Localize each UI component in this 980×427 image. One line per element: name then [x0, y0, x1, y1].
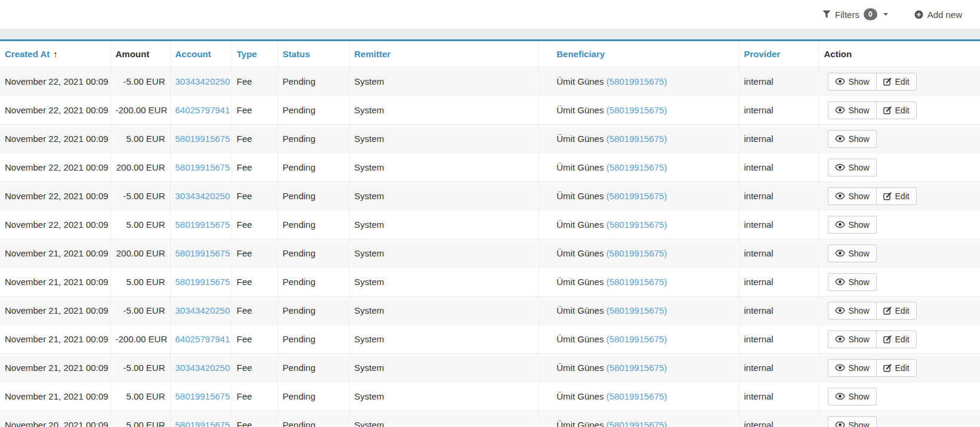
account-cell: 58019915675	[170, 239, 232, 268]
provider-cell: internal	[739, 354, 819, 382]
column-header-account[interactable]: Account	[170, 41, 232, 67]
edit-button[interactable]: Edit	[876, 73, 917, 91]
account-link[interactable]: 58019915675	[175, 219, 230, 230]
edit-button[interactable]: Edit	[876, 101, 917, 119]
show-button[interactable]: Show	[828, 245, 877, 262]
action-button-group: Show	[828, 388, 877, 406]
status-cell: Pending	[278, 96, 349, 125]
created-at-cell: November 20, 2021 00:09	[0, 411, 110, 427]
beneficiary-account-link[interactable]: (58019915675)	[606, 334, 667, 344]
show-button[interactable]: Show	[828, 416, 877, 427]
filters-count-badge: 0	[864, 8, 877, 20]
action-button-group: Show	[828, 130, 877, 148]
column-header-status[interactable]: Status	[278, 41, 349, 67]
beneficiary-cell: Ümit Günes (58019915675)	[538, 354, 739, 382]
account-link[interactable]: 30343420250	[175, 363, 230, 373]
account-link[interactable]: 64025797941	[175, 105, 230, 115]
show-button[interactable]: Show	[828, 187, 877, 205]
column-header-created-at[interactable]: Created At↑	[0, 41, 110, 67]
beneficiary-account-link[interactable]: (58019915675)	[606, 305, 667, 315]
amount-cell: 200.00 EUR	[110, 239, 170, 268]
action-cell: Show Edit	[819, 182, 980, 211]
remitter-cell: System	[349, 153, 538, 182]
action-cell: Show Edit	[819, 96, 980, 125]
remitter-cell: System	[349, 96, 538, 125]
beneficiary-cell: Ümit Günes (58019915675)	[538, 296, 739, 325]
beneficiary-account-link[interactable]: (58019915675)	[606, 248, 667, 258]
show-button[interactable]: Show	[828, 73, 877, 91]
show-button[interactable]: Show	[828, 101, 877, 119]
show-button[interactable]: Show	[828, 159, 877, 177]
action-button-group: Show Edit	[828, 302, 917, 320]
column-header-provider[interactable]: Provider	[739, 41, 819, 67]
show-button[interactable]: Show	[828, 273, 877, 291]
table-row: November 21, 2021 00:09 200.00 EUR 58019…	[0, 239, 980, 268]
account-link[interactable]: 30343420250	[175, 305, 230, 315]
column-header-remitter[interactable]: Remitter	[349, 41, 538, 67]
edit-button[interactable]: Edit	[876, 330, 917, 348]
beneficiary-cell: Ümit Günes (58019915675)	[538, 411, 739, 427]
show-button[interactable]: Show	[828, 388, 877, 406]
beneficiary-name: Ümit Günes	[557, 162, 606, 172]
beneficiary-account-link[interactable]: (58019915675)	[606, 363, 667, 373]
show-button[interactable]: Show	[828, 330, 877, 348]
created-at-cell: November 22, 2021 00:09	[0, 125, 110, 153]
status-cell: Pending	[278, 153, 349, 182]
account-link[interactable]: 58019915675	[175, 420, 230, 427]
edit-button[interactable]: Edit	[876, 302, 917, 320]
beneficiary-account-link[interactable]: (58019915675)	[606, 134, 667, 144]
amount-cell: 5.00 EUR	[110, 211, 170, 239]
account-link[interactable]: 58019915675	[175, 391, 230, 401]
beneficiary-account-link[interactable]: (58019915675)	[606, 105, 667, 115]
beneficiary-account-link[interactable]: (58019915675)	[606, 162, 667, 172]
account-cell: 30343420250	[170, 296, 232, 325]
created-at-cell: November 22, 2021 00:09	[0, 211, 110, 239]
eye-icon	[835, 364, 845, 372]
show-button[interactable]: Show	[828, 359, 877, 377]
type-cell: Fee	[232, 125, 278, 153]
account-link[interactable]: 64025797941	[175, 334, 230, 344]
filters-dropdown[interactable]: Filters 0	[822, 8, 888, 20]
transactions-table: Created At↑ Amount Account Type Status R…	[0, 41, 980, 427]
edit-button[interactable]: Edit	[876, 359, 917, 377]
type-cell: Fee	[232, 182, 278, 211]
eye-icon	[835, 135, 845, 143]
account-link[interactable]: 30343420250	[175, 76, 230, 86]
remitter-cell: System	[349, 125, 538, 153]
type-cell: Fee	[232, 96, 278, 125]
table-row: November 21, 2021 00:09 5.00 EUR 5801991…	[0, 382, 980, 411]
status-cell: Pending	[278, 354, 349, 382]
account-link[interactable]: 58019915675	[175, 248, 230, 258]
eye-icon	[835, 249, 845, 257]
beneficiary-account-link[interactable]: (58019915675)	[606, 391, 667, 401]
created-at-cell: November 21, 2021 00:09	[0, 354, 110, 382]
add-new-button[interactable]: Add new	[914, 10, 962, 20]
remitter-cell: System	[349, 325, 538, 354]
provider-cell: internal	[739, 211, 819, 239]
action-cell: Show	[819, 268, 980, 296]
account-link[interactable]: 30343420250	[175, 191, 230, 201]
beneficiary-account-link[interactable]: (58019915675)	[606, 420, 667, 427]
beneficiary-account-link[interactable]: (58019915675)	[606, 219, 667, 230]
beneficiary-name: Ümit Günes	[557, 420, 606, 427]
show-button[interactable]: Show	[828, 302, 877, 320]
account-cell: 30343420250	[170, 182, 232, 211]
account-link[interactable]: 58019915675	[175, 162, 230, 172]
eye-icon	[835, 392, 845, 400]
edit-button[interactable]: Edit	[876, 187, 917, 205]
beneficiary-account-link[interactable]: (58019915675)	[606, 277, 667, 287]
column-header-beneficiary[interactable]: Beneficiary	[538, 41, 739, 67]
column-header-type[interactable]: Type	[232, 41, 278, 67]
account-link[interactable]: 58019915675	[175, 277, 230, 287]
account-link[interactable]: 58019915675	[175, 134, 230, 144]
beneficiary-account-link[interactable]: (58019915675)	[606, 191, 667, 201]
show-button[interactable]: Show	[828, 130, 877, 148]
beneficiary-account-link[interactable]: (58019915675)	[606, 76, 667, 86]
show-button[interactable]: Show	[828, 216, 877, 234]
type-cell: Fee	[232, 153, 278, 182]
eye-icon	[835, 307, 845, 314]
amount-cell: -5.00 EUR	[110, 296, 170, 325]
amount-cell: 5.00 EUR	[110, 382, 170, 411]
action-button-group: Show Edit	[828, 101, 917, 119]
table-row: November 21, 2021 00:09 -200.00 EUR 6402…	[0, 325, 980, 354]
